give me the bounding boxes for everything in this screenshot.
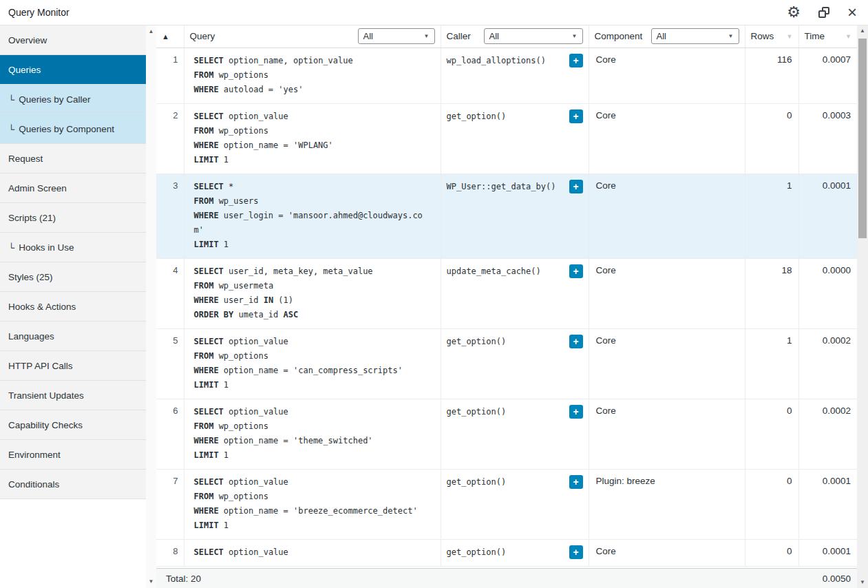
query-cell: SELECT user_id, meta_key, meta_valueFROM… — [184, 258, 441, 328]
sidebar-item-label: Conditionals — [8, 479, 59, 490]
component-cell: Core — [589, 48, 745, 103]
sidebar-item-request[interactable]: Request — [0, 144, 146, 174]
sidebar-item-label: Hooks & Actions — [8, 302, 76, 312]
table-footer: Total: 20 0.0050 — [156, 568, 857, 588]
time-cell: 0.0001 — [798, 469, 857, 539]
time-cell: 0.0000 — [798, 258, 857, 328]
expand-caller-button[interactable]: + — [569, 264, 583, 278]
scroll-down-icon[interactable]: ▼ — [860, 580, 865, 585]
row-number: 5 — [156, 328, 184, 399]
rows-cell: 0 — [745, 469, 798, 539]
sidebar-scrollbar[interactable]: ▲ ▼ — [146, 25, 156, 588]
time-sort-icon[interactable]: ▼ — [845, 33, 851, 40]
component-filter-select[interactable]: All ▼ — [651, 28, 739, 44]
sort-ascending-icon[interactable]: ▲ — [162, 32, 169, 41]
query-monitor-panel: Query Monitor ⚙ × Overview Queries └ Que… — [0, 0, 868, 588]
component-cell: Core — [589, 328, 745, 399]
rows-sort-icon[interactable]: ▼ — [787, 33, 793, 40]
sidebar-item-scripts-21[interactable]: Scripts (21) — [0, 203, 146, 233]
sidebar-item-queries-by-caller[interactable]: └ Queries by Caller — [0, 85, 146, 114]
scroll-up-icon[interactable]: ▲ — [149, 29, 154, 34]
scrollbar-thumb[interactable] — [858, 39, 867, 238]
component-cell: Core — [589, 174, 745, 258]
row-number: 1 — [156, 48, 184, 103]
query-filter-select[interactable]: All ▼ — [358, 28, 435, 44]
query-cell: SELECT option_valueFROM wp_optionsWHERE … — [184, 399, 441, 469]
table-row: 8 SELECT option_value get_option() + Cor… — [156, 539, 857, 566]
total-time-value: 0.0050 — [823, 574, 851, 584]
sidebar-item-label: Admin Screen — [8, 183, 67, 193]
rows-cell: 18 — [745, 258, 798, 328]
sidebar-item-languages[interactable]: Languages — [0, 322, 146, 351]
table-row: 6 SELECT option_valueFROM wp_optionsWHER… — [156, 399, 857, 469]
table-row: 3 SELECT *FROM wp_usersWHERE user_login … — [156, 174, 857, 258]
sidebar-item-overview[interactable]: Overview — [0, 25, 146, 55]
sidebar-item-hooks-in-use[interactable]: └ Hooks in Use — [0, 233, 146, 262]
time-cell: 0.0002 — [798, 328, 857, 399]
expand-caller-button[interactable]: + — [569, 405, 583, 419]
component-cell: Core — [589, 399, 745, 469]
settings-gear-icon[interactable]: ⚙ — [787, 5, 801, 20]
caller-filter-select[interactable]: All ▼ — [484, 28, 583, 44]
sidebar-item-label: Queries by Caller — [19, 94, 90, 105]
query-table-body: 1 SELECT option_name, option_valueFROM w… — [156, 48, 857, 566]
sidebar-item-hooks-actions[interactable]: Hooks & Actions — [0, 292, 146, 322]
scroll-down-icon[interactable]: ▼ — [149, 579, 154, 585]
table-header-row: ▲ Query All ▼ — [156, 25, 857, 48]
query-column-label: Query — [190, 31, 215, 41]
expand-caller-button[interactable]: + — [569, 545, 583, 559]
rows-cell: 1 — [745, 328, 798, 399]
caller-name: update_meta_cache() — [447, 264, 541, 279]
expand-caller-button[interactable]: + — [569, 109, 583, 123]
row-number: 8 — [156, 539, 184, 566]
close-icon[interactable]: × — [847, 4, 857, 21]
time-cell: 0.0003 — [798, 103, 857, 174]
popout-front-square — [818, 10, 826, 18]
row-number: 4 — [156, 258, 184, 328]
popout-window-icon[interactable] — [818, 7, 829, 18]
expand-caller-button[interactable]: + — [569, 180, 583, 193]
rows-cell: 0 — [745, 539, 798, 566]
sidebar-item-transient-updates[interactable]: Transient Updates — [0, 381, 146, 410]
table-scrollbar[interactable]: ▲ ▼ — [857, 25, 868, 588]
sidebar-item-label: Request — [8, 154, 43, 164]
rows-cell: 0 — [745, 399, 798, 469]
sidebar-item-label: Hooks in Use — [19, 242, 74, 253]
sidebar-item-label: Environment — [8, 450, 61, 460]
query-cell: SELECT option_valueFROM wp_optionsWHERE … — [184, 103, 441, 174]
caller-name: get_option() — [447, 545, 507, 560]
sidebar-item-conditionals[interactable]: Conditionals — [0, 470, 146, 499]
query-cell: SELECT option_valueFROM wp_optionsWHERE … — [184, 328, 441, 399]
rows-cell: 1 — [745, 174, 798, 258]
sidebar-item-http-api-calls[interactable]: HTTP API Calls — [0, 351, 146, 381]
sidebar-item-label: Styles (25) — [8, 272, 53, 282]
panel-title: Query Monitor — [8, 7, 70, 18]
sidebar-item-label: Scripts (21) — [8, 213, 56, 223]
table-row: 2 SELECT option_valueFROM wp_optionsWHER… — [156, 103, 857, 174]
query-cell: SELECT option_valueFROM wp_optionsWHERE … — [184, 469, 441, 539]
component-filter-value: All — [657, 31, 666, 41]
caller-filter-value: All — [489, 31, 499, 41]
caller-name: get_option() — [447, 109, 507, 124]
expand-caller-button[interactable]: + — [569, 54, 583, 67]
expand-caller-button[interactable]: + — [569, 335, 583, 348]
sidebar-item-label: Capability Checks — [8, 420, 83, 430]
row-number: 7 — [156, 469, 184, 539]
query-filter-value: All — [363, 31, 373, 41]
query-cell: SELECT option_value — [184, 539, 441, 566]
scroll-up-icon[interactable]: ▲ — [860, 28, 865, 34]
time-cell: 0.0007 — [798, 48, 857, 103]
chevron-down-icon: ▼ — [728, 33, 734, 39]
component-cell: Core — [589, 103, 745, 174]
sidebar-item-label: HTTP API Calls — [8, 361, 73, 371]
sidebar-item-admin-screen[interactable]: Admin Screen — [0, 174, 146, 203]
sidebar-item-styles-25[interactable]: Styles (25) — [0, 262, 146, 292]
sidebar-item-queries-by-component[interactable]: └ Queries by Component — [0, 114, 146, 144]
expand-caller-button[interactable]: + — [569, 475, 583, 489]
rows-cell: 116 — [745, 48, 798, 103]
branch-icon: └ — [8, 242, 14, 253]
sidebar-item-queries[interactable]: Queries — [0, 55, 146, 85]
sidebar-item-environment[interactable]: Environment — [0, 440, 146, 470]
sidebar-item-capability-checks[interactable]: Capability Checks — [0, 410, 146, 440]
titlebar: Query Monitor ⚙ × — [0, 0, 868, 25]
